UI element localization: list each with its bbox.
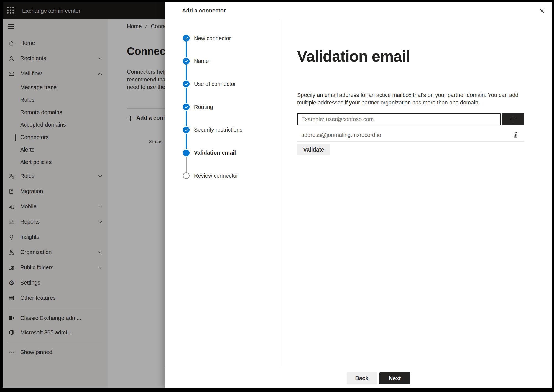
- step-connector-line: [186, 88, 187, 103]
- add-connector-panel: Add a connector New connectorNameUse of …: [165, 2, 552, 388]
- address-row: address@journaling.mxrecord.io: [297, 129, 524, 141]
- panel-body: New connectorNameUse of connectorRouting…: [165, 19, 552, 366]
- validate-button[interactable]: Validate: [297, 144, 330, 155]
- divider: [297, 141, 524, 142]
- address-list: address@journaling.mxrecord.io: [297, 129, 524, 141]
- plus-icon: [509, 115, 517, 123]
- step-heading: Validation email: [297, 47, 524, 65]
- step-connector-line: [186, 111, 187, 126]
- email-input[interactable]: [297, 113, 501, 125]
- step-name[interactable]: Name: [183, 58, 209, 65]
- close-button[interactable]: [537, 6, 547, 16]
- step-label: Review connector: [194, 173, 238, 179]
- step-circle: [183, 104, 190, 110]
- step-label: Security restrictions: [194, 127, 242, 133]
- delete-address-button[interactable]: [512, 131, 520, 139]
- step-connector-line: [186, 157, 187, 172]
- step-connector-line: [186, 42, 187, 57]
- step-circle: [183, 35, 190, 42]
- step-validation-email[interactable]: Validation email: [183, 150, 236, 156]
- step-review-connector[interactable]: Review connector: [183, 172, 238, 179]
- address-text: address@journaling.mxrecord.io: [301, 132, 381, 138]
- step-circle: [183, 58, 190, 65]
- step-circle: [183, 127, 190, 133]
- step-description: Specify an email address for an active m…: [297, 91, 524, 106]
- email-input-row: [297, 113, 524, 125]
- step-circle: [183, 150, 190, 156]
- step-label: Name: [194, 58, 209, 64]
- step-circle: [183, 172, 190, 179]
- step-content: Validation email Specify an email addres…: [280, 19, 552, 366]
- trash-icon: [513, 135, 519, 139]
- close-icon: [539, 8, 545, 14]
- step-label: Use of connector: [194, 81, 236, 87]
- step-label: Routing: [194, 104, 213, 110]
- step-routing[interactable]: Routing: [183, 104, 213, 110]
- step-new-connector[interactable]: New connector: [183, 35, 231, 42]
- step-security-restrictions[interactable]: Security restrictions: [183, 127, 242, 133]
- step-connector-line: [186, 134, 187, 149]
- app-window: Exchange admin center HomeRecipientsMail…: [3, 2, 552, 388]
- add-address-button[interactable]: [502, 113, 524, 125]
- panel-title: Add a connector: [182, 7, 226, 14]
- wizard-stepper: New connectorNameUse of connectorRouting…: [165, 19, 280, 366]
- step-circle: [183, 81, 190, 87]
- step-label: Validation email: [194, 150, 236, 156]
- next-button[interactable]: Next: [379, 372, 410, 384]
- step-label: New connector: [194, 35, 231, 42]
- step-use-of-connector[interactable]: Use of connector: [183, 81, 236, 87]
- step-connector-line: [186, 65, 187, 80]
- panel-header: Add a connector: [165, 2, 552, 19]
- panel-footer: Back Next: [165, 366, 552, 388]
- back-button[interactable]: Back: [347, 372, 377, 384]
